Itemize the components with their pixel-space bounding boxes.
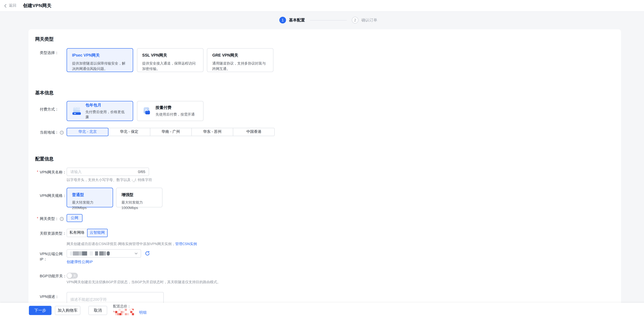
create-eip-link[interactable]: 创建弹性公网IP — [66, 259, 93, 265]
vpn-gateway-create-page: 返回 创建VPN网关 1 基本配置 2 确认订单 网关类型 类型选择： IPse… — [0, 0, 644, 318]
gateway-type-card-ssl[interactable]: SSL VPN网关 提供安全接入通道，保障远程访问加密传输。 — [137, 48, 204, 72]
required-asterisk: * — [37, 170, 38, 174]
gateway-type-card-ipsec[interactable]: IPsec VPN网关 提供加密隧道以保障传输安全，解决跨网通信风险问题。 — [66, 48, 133, 72]
region-tab-group: 华北 - 北京 华北 - 保定 华南 - 广州 华东 - 苏州 中国香港 — [66, 128, 275, 136]
network-type-public-button[interactable]: 公网 — [66, 214, 82, 222]
network-type-help-icon[interactable]: ? — [60, 217, 64, 221]
step1-circle: 1 — [279, 17, 286, 24]
resource-type-row: 关联资源类型： 私有网络 云智能网 — [40, 229, 614, 237]
chevron-down-icon — [134, 252, 138, 254]
bgp-row: BGP功能开关： 关 — [40, 272, 614, 279]
type-select-label: 类型选择： — [40, 48, 66, 56]
required-asterisk: * — [37, 216, 38, 220]
bgp-toggle-knob — [67, 273, 72, 278]
step-indicator: 1 基本配置 2 确认订单 — [0, 17, 644, 24]
step2-circle: 2 — [352, 17, 358, 24]
bgp-toggle[interactable]: 关 — [66, 273, 78, 279]
bgp-toggle-state: 关 — [73, 274, 76, 278]
resource-help-text: 网关创建成功后请在CSN详情页-网络实例管理中添加VPN网关实例， — [66, 242, 175, 246]
vpn-name-counter: 0/65 — [138, 170, 145, 174]
region-row: 当前地域： ? 华北 - 北京 华北 - 保定 华南 - 广州 华东 - 苏州 … — [40, 128, 614, 136]
footer-action-bar: 下一步 加入购物车 取消 配置总价： 明细 — [0, 303, 644, 318]
vpn-name-help: 以字母开头，支持大小写字母、数字以及 -_/. 特殊字符 — [66, 178, 152, 183]
billing-card-prepaid[interactable]: 包年包月 先付费后使用，价格更低廉 — [66, 101, 133, 121]
main-form-card: 网关类型 类型选择： IPsec VPN网关 提供加密隧道以保障传输安全，解决跨… — [28, 30, 621, 318]
gateway-type-card-gre[interactable]: GRE VPN网关 通用隧道协议，支持多协议封装与跨网互通。 — [207, 48, 274, 72]
back-label: 返回 — [9, 3, 16, 8]
gateway-type-row: 类型选择： IPsec VPN网关 提供加密隧道以保障传输安全，解决跨网通信风险… — [40, 48, 614, 72]
page-header: 返回 创建VPN网关 — [0, 0, 644, 12]
region-tab-suzhou[interactable]: 华东 - 苏州 — [191, 128, 233, 136]
step2-label: 确认订单 — [362, 18, 378, 23]
resource-option-vpc[interactable]: 私有网络 — [66, 229, 87, 237]
step-connector-line — [310, 20, 347, 20]
back-chevron-icon — [3, 4, 8, 8]
billing-card-postpaid[interactable]: 按量付费 先使用后付费，按需开通 — [137, 101, 204, 121]
calendar-icon — [72, 106, 81, 116]
total-price-masked-value — [113, 308, 136, 316]
next-step-button[interactable]: 下一步 — [29, 306, 52, 315]
region-tab-guangzhou[interactable]: 华南 - 广州 — [150, 128, 192, 136]
spec-card-enhanced[interactable]: 增强型 最大转发能力 1000Mbps — [116, 188, 162, 208]
eip-create-row: 创建弹性公网IP — [40, 259, 614, 265]
price-detail-link[interactable]: 明细 — [139, 310, 146, 316]
section-title-gateway-type: 网关类型 — [35, 36, 54, 42]
add-to-cart-button[interactable]: 加入购物车 — [55, 306, 80, 315]
vpn-name-row: * VPN网关名称： 请输入 0/65 — [40, 168, 614, 176]
vpn-desc-placeholder: 描述不能超过200字符 — [70, 298, 107, 302]
cancel-button[interactable]: 取消 — [88, 306, 107, 315]
network-type-row: * 网关类型： ? 公网 — [40, 214, 614, 222]
vpn-name-input[interactable]: 请输入 0/65 — [66, 168, 149, 176]
step-basic-config: 1 基本配置 — [279, 17, 305, 24]
meter-icon — [142, 106, 152, 116]
eip-masked-value — [70, 251, 120, 256]
back-button[interactable]: 返回 — [3, 3, 16, 8]
step1-label: 基本配置 — [289, 18, 305, 23]
bgp-help-row: VPN网关创建后无法切换BGP开启状态，当BGP为开启状态时，其关联隧道仅支持目… — [40, 280, 614, 285]
region-help-icon[interactable]: ? — [60, 131, 64, 134]
resource-help-row: 网关创建成功后请在CSN详情页-网络实例管理中添加VPN网关实例，管理CSN实例 — [40, 239, 614, 247]
manage-csn-link[interactable]: 管理CSN实例 — [175, 242, 197, 246]
resource-type-segmented: 私有网络 云智能网 — [66, 229, 108, 237]
billing-label: 付费方式： — [40, 101, 66, 112]
region-tab-beijing[interactable]: 华北 - 北京 — [66, 128, 108, 136]
vpn-name-placeholder: 请输入 — [70, 169, 138, 174]
section-title-basic-info: 基本信息 — [35, 90, 54, 96]
region-label: 当前地域： ? — [40, 128, 66, 136]
resource-option-csn[interactable]: 云智能网 — [87, 229, 108, 237]
bgp-help-text: VPN网关创建后无法切换BGP开启状态，当BGP为开启状态时，其关联隧道仅支持目… — [66, 280, 221, 285]
section-title-config-info: 配置信息 — [35, 156, 54, 162]
page-title: 创建VPN网关 — [23, 2, 52, 9]
region-tab-baoding[interactable]: 华北 - 保定 — [108, 128, 150, 136]
resource-type-label: 关联资源类型： — [40, 229, 66, 236]
eip-select[interactable] — [66, 249, 141, 258]
spec-card-normal[interactable]: 普通型 最大转发能力 200Mbps — [66, 188, 113, 208]
network-type-label: * 网关类型： ? — [40, 214, 66, 222]
vpn-desc-label: VPN描述： — [40, 292, 66, 300]
bgp-label: BGP功能开关： — [40, 272, 66, 279]
vpn-spec-row: VPN网关规格： 普通型 最大转发能力 200Mbps 增强型 最大转发能力 1… — [40, 188, 614, 208]
region-tab-hongkong[interactable]: 中国香港 — [233, 128, 275, 136]
refresh-icon[interactable] — [145, 251, 150, 256]
step-confirm-order: 2 确认订单 — [352, 17, 377, 24]
vpn-name-label: * VPN网关名称： — [40, 168, 66, 175]
vpn-name-help-row: 以字母开头，支持大小写字母、数字以及 -_/. 特殊字符 — [40, 178, 614, 183]
billing-row: 付费方式： 包年包月 先付费后使用，价格更低廉 — [40, 101, 614, 121]
vpn-spec-label: VPN网关规格： — [40, 188, 66, 199]
